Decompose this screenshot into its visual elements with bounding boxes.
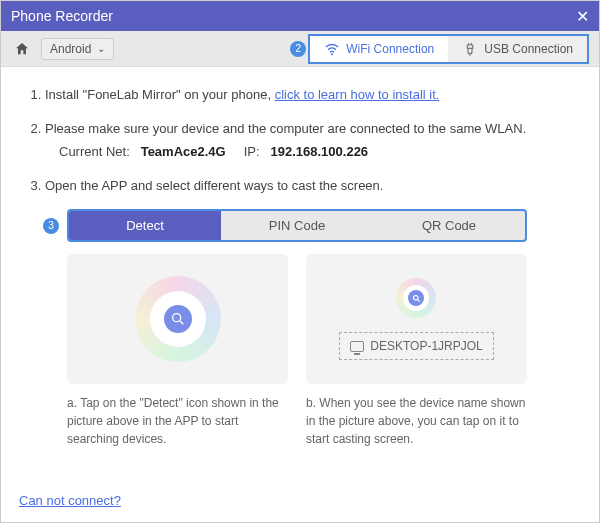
- home-button[interactable]: [11, 38, 33, 60]
- os-select[interactable]: Android ⌄: [41, 38, 114, 60]
- captions: a. Tap on the "Detect" icon shown in the…: [67, 394, 527, 448]
- network-info: Current Net: TeamAce2.4G IP: 192.168.100…: [45, 142, 573, 162]
- content-area: Install "FoneLab Mirror" on your phone, …: [1, 67, 599, 483]
- wifi-tab-label: WiFi Connection: [346, 42, 434, 56]
- color-ring-small-icon: [396, 278, 436, 318]
- device-name-text: DESKTOP-1JRPJOL: [370, 339, 482, 353]
- svg-line-4: [418, 299, 420, 301]
- ip-value: 192.168.100.226: [271, 144, 369, 159]
- step-2-text: Please make sure your device and the com…: [45, 121, 526, 136]
- wifi-connection-tab[interactable]: WiFi Connection: [310, 36, 448, 62]
- step-3: Open the APP and select different ways t…: [45, 176, 573, 196]
- current-net-label: Current Net:: [59, 144, 130, 159]
- svg-point-1: [172, 314, 180, 322]
- connection-type-group: 2 WiFi Connection USB Connection: [308, 34, 589, 64]
- cannot-connect-link[interactable]: Can not connect?: [19, 493, 121, 508]
- instructions-list: Install "FoneLab Mirror" on your phone, …: [27, 85, 573, 195]
- step-2: Please make sure your device and the com…: [45, 119, 573, 162]
- magnifier-icon: [164, 305, 192, 333]
- color-ring-icon: [135, 276, 221, 362]
- app-window: Phone Recorder ✕ Android ⌄ 2 WiFi Connec…: [0, 0, 600, 523]
- step-3-text: Open the APP and select different ways t…: [45, 178, 383, 193]
- usb-icon: [462, 41, 478, 57]
- device-name-box: DESKTOP-1JRPJOL: [339, 332, 493, 360]
- card-device: DESKTOP-1JRPJOL: [306, 254, 527, 384]
- step-1: Install "FoneLab Mirror" on your phone, …: [45, 85, 573, 105]
- tab-detect[interactable]: Detect: [69, 211, 221, 240]
- usb-connection-tab[interactable]: USB Connection: [448, 36, 587, 62]
- cast-tabs-container: 3 Detect PIN Code QR Code: [67, 209, 527, 242]
- tab-qr-code[interactable]: QR Code: [373, 211, 525, 240]
- illustration-cards: DESKTOP-1JRPJOL: [67, 254, 527, 384]
- chevron-down-icon: ⌄: [97, 43, 105, 54]
- svg-point-0: [331, 53, 333, 55]
- home-icon: [14, 41, 30, 57]
- monitor-icon: [350, 341, 364, 352]
- cast-tabs: Detect PIN Code QR Code: [67, 209, 527, 242]
- app-title: Phone Recorder: [11, 8, 113, 24]
- footer: Can not connect?: [1, 483, 599, 522]
- step-badge-2: 2: [290, 41, 306, 57]
- titlebar: Phone Recorder ✕: [1, 1, 599, 31]
- usb-tab-label: USB Connection: [484, 42, 573, 56]
- caption-b: b. When you see the device name shown in…: [306, 394, 527, 448]
- tab-pin-code[interactable]: PIN Code: [221, 211, 373, 240]
- current-net-value: TeamAce2.4G: [141, 144, 226, 159]
- card-detect: [67, 254, 288, 384]
- svg-line-2: [180, 321, 183, 324]
- caption-a: a. Tap on the "Detect" icon shown in the…: [67, 394, 288, 448]
- close-icon[interactable]: ✕: [576, 7, 589, 26]
- toolbar: Android ⌄ 2 WiFi Connection USB Connecti…: [1, 31, 599, 67]
- install-help-link[interactable]: click to learn how to install it.: [275, 87, 440, 102]
- step-badge-3: 3: [43, 218, 59, 234]
- ip-label: IP:: [244, 144, 260, 159]
- magnifier-small-icon: [408, 290, 424, 306]
- step-1-text: Install "FoneLab Mirror" on your phone,: [45, 87, 275, 102]
- svg-point-3: [413, 295, 418, 300]
- wifi-icon: [324, 41, 340, 57]
- os-select-label: Android: [50, 42, 91, 56]
